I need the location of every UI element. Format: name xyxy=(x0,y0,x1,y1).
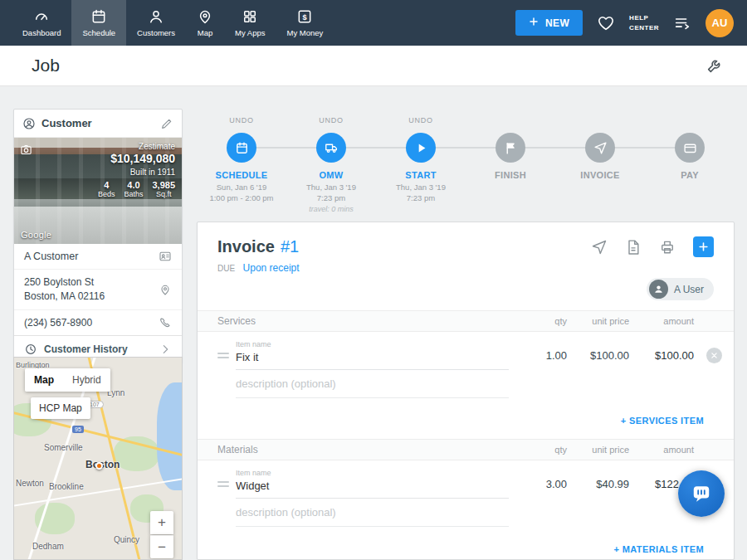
assignee-avatar-icon xyxy=(649,280,668,299)
map-button-hybrid[interactable]: Hybrid xyxy=(63,368,110,392)
print-icon[interactable] xyxy=(659,239,676,256)
nav-label: Customers xyxy=(137,28,175,37)
photo-icon xyxy=(20,144,32,156)
section-name: Services xyxy=(217,315,509,327)
item-description-input[interactable] xyxy=(236,372,509,398)
nav-item-customers[interactable]: Customers xyxy=(126,0,186,46)
nav-item-my-money[interactable]: $ My Money xyxy=(276,0,334,46)
new-button[interactable]: NEW xyxy=(515,10,583,36)
send-icon xyxy=(593,141,608,155)
property-photo[interactable]: Zestimate $10,149,080 Built in 1911 4Bed… xyxy=(14,138,182,244)
customer-phone-row[interactable]: (234) 567-8900 xyxy=(14,309,182,335)
help-line2: CENTER xyxy=(629,23,659,32)
zestimate-value: $10,149,080 xyxy=(98,152,175,165)
map-city-label: Brookline xyxy=(49,482,84,491)
invoice-title: Invoice xyxy=(217,237,275,256)
customer-icon xyxy=(22,117,36,130)
due-row: DUE Upon receipt xyxy=(217,260,714,275)
pdf-icon[interactable] xyxy=(625,239,642,256)
user-avatar[interactable]: AU xyxy=(706,9,734,37)
svg-text:$: $ xyxy=(303,13,307,22)
add-material-row: + MATERIALS ITEM xyxy=(198,527,734,560)
remove-item-button[interactable] xyxy=(706,348,722,363)
zestimate-label: Zestimate xyxy=(98,142,175,151)
step-omw: UNDO OMW Thu, Jan 3 '19 7:23 pm travel: … xyxy=(286,116,376,214)
item-description-input[interactable] xyxy=(236,500,509,527)
nav-label: Dashboard xyxy=(22,28,61,37)
customer-card-title: Customer xyxy=(42,117,160,129)
built-year: Built in 1911 xyxy=(98,168,175,177)
assignee-chip[interactable]: A User xyxy=(647,278,714,300)
hcp-map-button[interactable]: HCP Map xyxy=(31,397,90,419)
avatar-initials: AU xyxy=(712,17,728,29)
nav-label: Map xyxy=(198,28,212,37)
zoom-in-button[interactable]: + xyxy=(150,511,173,534)
app-screen: Dashboard Schedule Customers Map My Apps… xyxy=(0,0,747,560)
drag-handle-icon[interactable] xyxy=(217,353,229,358)
nav-item-schedule[interactable]: Schedule xyxy=(71,0,126,46)
job-stepper: UNDO SCHEDULE Sun, Jan 6 '19 1:00 pm - 2… xyxy=(197,116,735,214)
nav-item-map[interactable]: Map xyxy=(186,0,224,46)
nav-label: My Money xyxy=(286,28,323,37)
credit-card-icon xyxy=(683,141,697,155)
customer-address-row[interactable]: 250 Boylston St Boston, MA 02116 xyxy=(14,269,182,309)
item-name-input[interactable] xyxy=(236,477,509,499)
activity-feed-icon[interactable] xyxy=(673,14,691,32)
help-center-link[interactable]: HELP CENTER xyxy=(629,13,659,32)
qty-column-header: qty xyxy=(509,445,567,455)
edit-pencil-icon[interactable] xyxy=(160,117,173,130)
item-name-input[interactable] xyxy=(236,348,509,370)
invoice-step-button[interactable] xyxy=(585,133,615,163)
item-unit-price[interactable]: $100.00 xyxy=(567,349,629,370)
play-icon xyxy=(414,141,428,155)
due-value-link[interactable]: Upon receipt xyxy=(243,262,300,274)
map-button-map[interactable]: Map xyxy=(25,368,63,392)
top-nav: Dashboard Schedule Customers Map My Apps… xyxy=(0,0,747,46)
route-badge: 95 xyxy=(72,426,84,433)
stat-sqft: 3,985Sq.ft xyxy=(152,180,175,198)
chat-icon xyxy=(691,483,712,504)
undo-omw-link[interactable]: UNDO xyxy=(286,116,376,128)
nav-item-dashboard[interactable]: Dashboard xyxy=(12,0,71,46)
map-city-label: Newton xyxy=(16,479,44,488)
mini-map[interactable]: Burlington Lynn Somerville Boston Brookl… xyxy=(13,357,183,560)
item-unit-price[interactable]: $40.99 xyxy=(567,478,629,499)
start-step-button[interactable] xyxy=(406,133,436,163)
undo-schedule-link[interactable]: UNDO xyxy=(197,116,286,128)
qty-column-header: qty xyxy=(509,316,567,326)
item-qty[interactable]: 3.00 xyxy=(509,478,567,499)
history-clock-icon xyxy=(24,343,37,356)
finish-step-button[interactable] xyxy=(496,133,525,163)
flag-icon xyxy=(504,141,518,155)
zoom-out-button[interactable]: − xyxy=(150,535,173,558)
step-date: Thu, Jan 3 '19 7:23 pm xyxy=(376,182,466,204)
pay-step-button[interactable] xyxy=(675,133,705,163)
help-line1: HELP xyxy=(629,13,659,22)
drag-handle-icon[interactable] xyxy=(217,481,229,487)
nav-item-my-apps[interactable]: My Apps xyxy=(224,0,276,46)
schedule-step-button[interactable] xyxy=(227,133,256,163)
add-material-item-link[interactable]: + MATERIALS ITEM xyxy=(613,544,704,554)
item-qty[interactable]: 1.00 xyxy=(509,349,567,370)
map-city-label: Somerville xyxy=(44,443,83,452)
customer-name-row[interactable]: A Customer xyxy=(14,244,182,269)
send-invoice-icon[interactable] xyxy=(591,239,608,256)
property-stats: 4Beds 4.0Baths 3,985Sq.ft xyxy=(98,180,175,198)
truck-icon xyxy=(325,141,339,155)
add-service-item-link[interactable]: + SERVICES ITEM xyxy=(621,416,704,426)
nav-items: Dashboard Schedule Customers Map My Apps… xyxy=(0,0,334,46)
section-name: Materials xyxy=(217,444,509,455)
support-chat-button[interactable] xyxy=(678,470,725,517)
job-tools-icon[interactable] xyxy=(706,56,724,75)
step-label: FINISH xyxy=(466,170,555,180)
health-heart-icon[interactable] xyxy=(597,14,615,32)
add-invoice-button[interactable] xyxy=(693,236,714,257)
map-pin-icon xyxy=(197,8,213,25)
undo-spacer xyxy=(555,116,645,128)
plus-icon xyxy=(529,17,539,29)
job-location-marker[interactable] xyxy=(95,462,103,470)
undo-start-link[interactable]: UNDO xyxy=(376,116,466,128)
omw-step-button[interactable] xyxy=(316,133,346,163)
invoice-number: #1 xyxy=(281,237,299,256)
step-label: INVOICE xyxy=(555,170,645,180)
